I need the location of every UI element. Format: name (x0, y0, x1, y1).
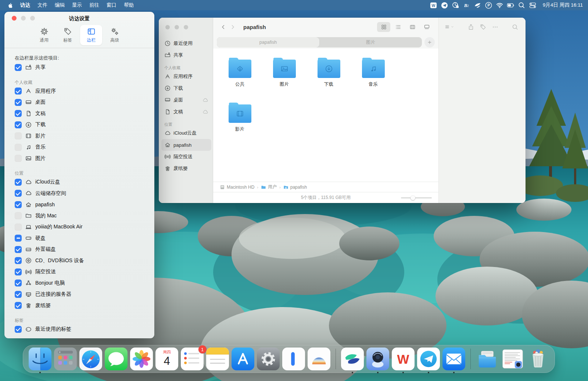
sidebar-item-papafish[interactable]: papafish (161, 139, 211, 151)
dock-messages[interactable] (105, 348, 128, 370)
sidebar-pref-row[interactable]: 桌面 (15, 97, 149, 108)
menu-app[interactable]: 访达 (17, 0, 34, 10)
checkbox-checked[interactable] (15, 99, 22, 106)
battery-icon[interactable] (506, 1, 515, 9)
sidebar-item-废纸篓[interactable]: 废纸篓 (161, 163, 211, 174)
screen-time-icon[interactable] (451, 1, 460, 9)
folder-公共[interactable]: 公共 (218, 57, 262, 102)
checkbox-unchecked[interactable] (15, 212, 22, 219)
app-b-icon[interactable]: B: (462, 1, 471, 9)
gallery-view-button[interactable] (420, 22, 433, 32)
dock-calendar[interactable]: 周四4 (155, 348, 178, 370)
dock-telegram[interactable] (417, 348, 440, 370)
checkbox-checked[interactable] (15, 110, 22, 117)
dock-notes[interactable] (206, 348, 229, 370)
icon-view-button[interactable] (377, 22, 390, 32)
search-button[interactable] (509, 22, 521, 32)
sidebar-pref-row[interactable]: 下载 (15, 119, 149, 131)
menu-bar-clock[interactable]: 9月4日 周四 16:11 (543, 2, 583, 8)
sidebar-item-下载[interactable]: 下载 (161, 82, 211, 94)
dock-photos[interactable] (130, 348, 153, 370)
checkbox-mixed[interactable] (15, 235, 22, 242)
sidebar-pref-row[interactable]: 最近使用的标签 (15, 324, 149, 335)
dock-wps[interactable]: W (392, 348, 415, 370)
sidebar-pref-row[interactable]: 外置磁盘 (15, 244, 149, 255)
sidebar-item-最近使用[interactable]: 最近使用 (161, 38, 211, 49)
sidebar-pref-row[interactable]: 文稿 (15, 108, 149, 120)
control-center-icon[interactable] (528, 1, 537, 9)
checkbox-unchecked[interactable] (15, 155, 22, 162)
sidebar-pref-row[interactable]: CD、DVD和iOS 设备 (15, 255, 149, 267)
list-view-button[interactable] (391, 22, 405, 32)
sidebar-pref-row[interactable]: 已连接的服务器 (15, 289, 149, 300)
checkbox-unchecked[interactable] (15, 224, 22, 231)
sidebar-pref-row[interactable]: 共享 (15, 62, 149, 73)
sidebar-item-共享[interactable]: 共享 (161, 49, 211, 61)
dock-bluebar-app[interactable] (282, 348, 305, 370)
sidebar-item-应用程序[interactable]: 应用程序 (161, 71, 211, 82)
minimize-button[interactable] (175, 25, 179, 29)
menu-item-1[interactable]: 文件 (34, 0, 51, 10)
sidebar-pref-row[interactable]: 影片 (15, 131, 149, 142)
checkbox-checked[interactable] (15, 326, 22, 333)
dock-trash[interactable] (527, 348, 549, 370)
wps-office-icon[interactable]: W (429, 1, 438, 9)
dock-launchpad[interactable] (54, 348, 77, 370)
sidebar-item-隔空投送[interactable]: 隔空投送 (161, 151, 211, 163)
sidebar-pref-row[interactable]: 应用程序 (15, 86, 149, 97)
finder-tab-papafish[interactable]: papafish (217, 37, 319, 47)
tab-高级[interactable]: 高级 (104, 25, 126, 45)
tab-边栏[interactable]: 边栏 (80, 25, 102, 45)
dock-mail[interactable] (442, 348, 465, 370)
path-segment-papafish[interactable]: papafish (283, 185, 307, 190)
checkbox-checked[interactable] (15, 268, 22, 275)
sidebar-item-桌面[interactable]: 桌面 (161, 94, 211, 106)
checkbox-checked[interactable] (15, 88, 22, 95)
spotlight-search-icon[interactable] (517, 1, 526, 9)
sidebar-pref-row[interactable]: 图片 (15, 153, 149, 164)
menu-item-2[interactable]: 编辑 (51, 0, 68, 10)
sidebar-item-文稿[interactable]: 文稿 (161, 106, 211, 118)
menu-item-6[interactable]: 帮助 (120, 0, 137, 10)
more-button[interactable] (489, 22, 501, 32)
dock-downloads-folder[interactable] (476, 348, 499, 370)
checkbox-checked[interactable] (15, 201, 22, 208)
app-bird-icon[interactable] (473, 1, 482, 9)
close-button[interactable] (165, 25, 170, 29)
app-p-icon[interactable]: P (484, 1, 493, 9)
back-button[interactable] (218, 22, 228, 32)
sidebar-pref-row[interactable]: 云端储存空间 (15, 188, 149, 199)
dock-reminders[interactable]: 1 (181, 348, 204, 370)
sidebar-pref-row[interactable]: 废纸篓 (15, 300, 149, 311)
checkbox-checked[interactable] (15, 291, 22, 298)
path-segment-Macintosh HD[interactable]: Macintosh HD (220, 185, 254, 190)
dock-safari[interactable] (79, 348, 102, 370)
forward-button[interactable] (228, 22, 237, 32)
finder-tab-图片[interactable]: 图片 (319, 37, 422, 47)
sidebar-pref-row[interactable]: iCloud云盘 (15, 177, 149, 188)
checkbox-checked[interactable] (15, 257, 22, 264)
new-tab-button[interactable] (424, 37, 435, 47)
icon-size-slider[interactable] (401, 195, 432, 200)
sidebar-pref-row[interactable]: 隔空投送 (15, 266, 149, 278)
sidebar-pref-row[interactable]: 硬盘 (15, 233, 149, 244)
dock-lens-app[interactable] (366, 348, 389, 370)
tab-通用[interactable]: 通用 (33, 25, 55, 45)
sidebar-pref-row[interactable]: Bonjour 电脑 (15, 278, 149, 289)
checkbox-checked[interactable] (15, 246, 22, 253)
sidebar-pref-row[interactable]: 我的 Mac (15, 210, 149, 222)
checkbox-checked[interactable] (15, 121, 22, 128)
column-view-button[interactable] (406, 22, 419, 32)
menu-item-4[interactable]: 前往 (86, 0, 103, 10)
tag-button[interactable] (477, 22, 489, 32)
sidebar-pref-row[interactable]: yoiiia的 MacBook Air (15, 221, 149, 233)
checkbox-checked[interactable] (15, 279, 22, 286)
sidebar-pref-row[interactable]: 音乐 (15, 142, 149, 153)
checkbox-checked[interactable] (15, 179, 22, 186)
sidebar-pref-row[interactable]: papafish (15, 199, 149, 210)
group-button[interactable] (442, 22, 457, 32)
share-button[interactable] (465, 22, 477, 32)
tab-标签[interactable]: 标签 (57, 25, 79, 45)
dock-finder[interactable] (29, 348, 51, 370)
folder-图片[interactable]: 图片 (262, 57, 306, 102)
